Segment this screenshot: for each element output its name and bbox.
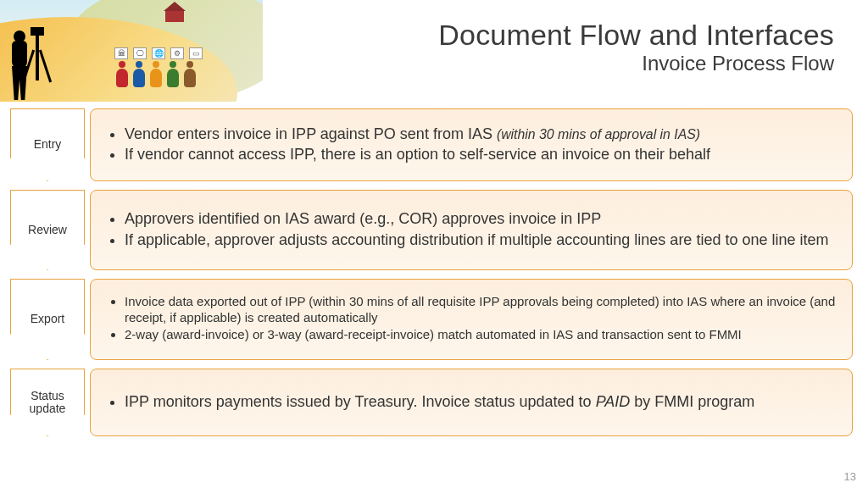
step-content-review: Approvers identified on IAS award (e.g.,… xyxy=(90,190,853,270)
bullet: Vendor enters invoice in IPP against PO … xyxy=(125,125,837,144)
globe-icon: 🌐 xyxy=(152,47,165,59)
step-content-export: Invoice data exported out of IPP (within… xyxy=(90,279,853,360)
step-label: Review xyxy=(25,224,70,236)
building-icon: 🏛 xyxy=(114,47,128,59)
chevron-status: Status update xyxy=(10,369,85,436)
bullet: Approvers identified on IAS award (e.g.,… xyxy=(125,209,837,229)
page-number: 13 xyxy=(844,470,856,483)
bullet: Invoice data exported out of IPP (within… xyxy=(125,294,837,326)
step-label: Status update xyxy=(10,390,85,416)
step-review: Review Approvers identified on IAS award… xyxy=(10,190,853,270)
barn-icon xyxy=(165,10,184,22)
chevron-entry: Entry xyxy=(10,108,85,181)
step-content-status: IPP monitors payments issued by Treasury… xyxy=(90,369,853,436)
bullet: If vendor cannot access IPP, there is an… xyxy=(125,145,837,164)
chevron-export: Export xyxy=(10,279,85,360)
process-flow: Entry Vendor enters invoice in IPP again… xyxy=(10,108,853,445)
folder-icon: ▭ xyxy=(189,47,203,59)
gear-icon: ⚙ xyxy=(170,47,184,59)
chevron-review: Review xyxy=(10,190,85,270)
step-label: Entry xyxy=(31,138,65,151)
slide-subtitle: Invoice Process Flow xyxy=(438,52,834,75)
bullet: 2-way (award-invoice) or 3-way (award-re… xyxy=(125,327,837,343)
monitor-icon: 🖵 xyxy=(133,47,147,59)
step-label: Export xyxy=(27,313,68,325)
header-illustration: 🏛 🖵 🌐 ⚙ ▭ xyxy=(0,0,263,102)
step-status-update: Status update IPP monitors payments issu… xyxy=(10,369,853,436)
people-icons xyxy=(114,61,198,90)
slide-title-block: Document Flow and Interfaces Invoice Pro… xyxy=(438,19,834,75)
mini-icon-row: 🏛 🖵 🌐 ⚙ ▭ xyxy=(114,47,203,59)
bullet: If applicable, approver adjusts accounti… xyxy=(125,230,837,250)
step-content-entry: Vendor enters invoice in IPP against PO … xyxy=(90,108,853,181)
bullet: IPP monitors payments issued by Treasury… xyxy=(125,392,837,412)
step-entry: Entry Vendor enters invoice in IPP again… xyxy=(10,108,853,181)
step-export: Export Invoice data exported out of IPP … xyxy=(10,279,853,360)
slide-title: Document Flow and Interfaces xyxy=(438,19,834,52)
